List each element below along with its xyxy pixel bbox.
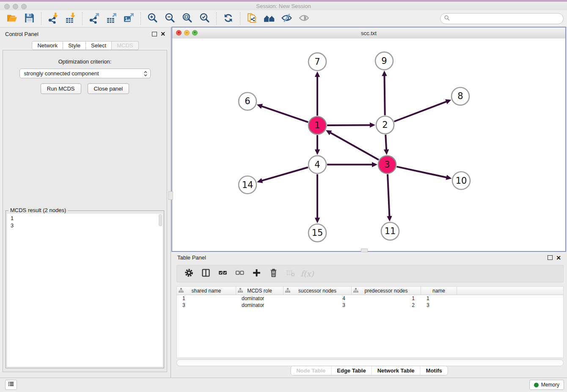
column-header-shared-name[interactable]: shared name <box>177 287 236 295</box>
create-column-button[interactable] <box>249 267 264 281</box>
float-panel-icon[interactable] <box>152 32 157 36</box>
cell-MCDS-role: dominator <box>236 302 284 309</box>
memory-button[interactable]: Memory <box>529 380 564 390</box>
svg-text:14: 14 <box>242 180 253 190</box>
main-toolbar <box>0 10 567 28</box>
tab-motifs[interactable]: Motifs <box>421 366 448 375</box>
unselect-all-icon <box>235 268 245 279</box>
zoom-selected-icon <box>199 12 210 25</box>
doc-network-icon <box>246 12 258 25</box>
export-network-button[interactable] <box>85 11 103 26</box>
search-field[interactable] <box>440 13 564 24</box>
tab-network[interactable]: Network <box>32 41 63 50</box>
export-image-button[interactable] <box>120 11 138 26</box>
zoom-fit-button[interactable] <box>179 11 196 26</box>
gear-icon <box>184 268 194 279</box>
import-network-button[interactable] <box>44 11 62 26</box>
folder-icon <box>6 12 18 25</box>
column-settings-button[interactable] <box>181 267 196 281</box>
delete-table-button <box>283 267 298 281</box>
export-network-icon <box>88 12 100 25</box>
tab-mcds[interactable]: MCDS <box>112 41 138 50</box>
open-network-file-button[interactable] <box>243 11 261 26</box>
zoom-fit-icon <box>182 12 193 25</box>
select-all-columns-button[interactable] <box>215 267 230 281</box>
save-session-button[interactable] <box>21 11 38 26</box>
search-icon <box>444 15 450 23</box>
node-table: shared nameMCDS rolesuccessor nodesprede… <box>176 286 564 358</box>
close-panel-button[interactable]: Close panel <box>88 83 129 94</box>
network-svg: 7968124314101511 <box>172 39 565 251</box>
column-layout-button[interactable] <box>198 267 213 281</box>
table-toolbar: f(x) <box>176 265 564 282</box>
zoom-in-button[interactable] <box>144 11 161 26</box>
show-panels-button[interactable] <box>5 380 17 390</box>
toolbar-separator <box>216 12 217 25</box>
table-row[interactable]: 3dominator323 <box>177 302 563 309</box>
column-header-predecessor-nodes[interactable]: predecessor nodes <box>352 287 421 295</box>
run-mcds-button[interactable]: Run MCDS <box>41 83 81 94</box>
svg-text:6: 6 <box>245 96 250 106</box>
fx-icon: f(x) <box>301 269 314 278</box>
svg-text:10: 10 <box>456 176 467 186</box>
zoom-selected-button[interactable] <box>196 11 213 26</box>
mcds-result-text[interactable]: 1 3 <box>7 214 162 367</box>
svg-text:15: 15 <box>312 228 323 238</box>
criterion-selected-value: strongly connected component <box>24 70 99 77</box>
delete-columns-button[interactable] <box>266 267 281 281</box>
svg-text:9: 9 <box>381 56 387 66</box>
tab-edge-table[interactable]: Edge Table <box>331 366 372 375</box>
export-table-button[interactable] <box>103 11 120 26</box>
frame-zoom-button[interactable]: + <box>192 30 198 36</box>
memory-status-icon <box>534 383 539 387</box>
close-panel-icon[interactable]: ✕ <box>160 32 165 36</box>
cell-shared-name: 1 <box>177 295 236 302</box>
column-header-name[interactable]: name <box>421 287 457 295</box>
control-panel-title: Control Panel <box>5 31 39 37</box>
search-input[interactable] <box>450 15 561 22</box>
homes-icon <box>264 12 275 25</box>
mcds-tab-content: Optimization criterion: strongly connect… <box>3 50 167 372</box>
tab-network-table[interactable]: Network Table <box>372 366 421 375</box>
tab-style[interactable]: Style <box>63 41 86 50</box>
cell-name: 1 <box>421 295 457 302</box>
column-header-successor-nodes[interactable]: successor nodes <box>284 287 352 295</box>
app-title: Session: New Session <box>0 3 567 9</box>
cell-predecessor-nodes: 2 <box>352 302 421 309</box>
horizontal-splitter-grip[interactable] <box>361 248 368 252</box>
tab-node-table[interactable]: Node Table <box>291 366 331 375</box>
neighbors-button[interactable] <box>261 11 278 26</box>
optimization-criterion-label: Optimization criterion: <box>3 58 167 65</box>
close-table-panel-icon[interactable]: ✕ <box>556 256 561 260</box>
hide-selected-button[interactable] <box>278 11 295 26</box>
vertical-splitter-grip[interactable] <box>168 191 173 200</box>
table-panel-title: Table Panel <box>177 254 206 261</box>
table-horizontal-scrollbar[interactable] <box>176 359 564 366</box>
apply-layout-button[interactable] <box>220 11 237 26</box>
criterion-select[interactable]: strongly connected component <box>19 69 151 78</box>
table-header-row: shared nameMCDS rolesuccessor nodesprede… <box>177 287 563 295</box>
column-header-MCDS-role[interactable]: MCDS role <box>236 287 284 295</box>
svg-text:4: 4 <box>314 160 320 170</box>
select-stepper-icon <box>143 71 148 77</box>
cell-successor-nodes: 3 <box>284 302 352 309</box>
import-table-button[interactable] <box>62 11 79 26</box>
control-panel-tabs: NetworkStyleSelectMCDS <box>0 41 171 50</box>
cell-shared-name: 3 <box>177 302 236 309</box>
network-view-frame: × − + scc.txt 7968124314101511 <box>171 27 566 252</box>
float-table-panel-icon[interactable] <box>548 255 553 260</box>
table-row[interactable]: 1dominator411 <box>177 295 563 302</box>
show-all-button[interactable] <box>295 11 313 26</box>
network-canvas[interactable]: 7968124314101511 <box>172 39 565 251</box>
cell-MCDS-role: dominator <box>236 295 284 302</box>
zoom-out-button[interactable] <box>161 11 179 26</box>
unselect-all-columns-button[interactable] <box>232 267 247 281</box>
frame-minimize-button[interactable]: − <box>184 30 190 36</box>
toolbar-separator <box>140 12 141 25</box>
frame-close-button[interactable]: × <box>176 30 182 36</box>
network-frame-titlebar[interactable]: × − + scc.txt <box>172 28 565 39</box>
tab-select[interactable]: Select <box>86 41 112 50</box>
network-frame-title: scc.txt <box>361 30 377 36</box>
open-session-button[interactable] <box>3 11 21 26</box>
result-scrollbar[interactable] <box>159 214 162 226</box>
